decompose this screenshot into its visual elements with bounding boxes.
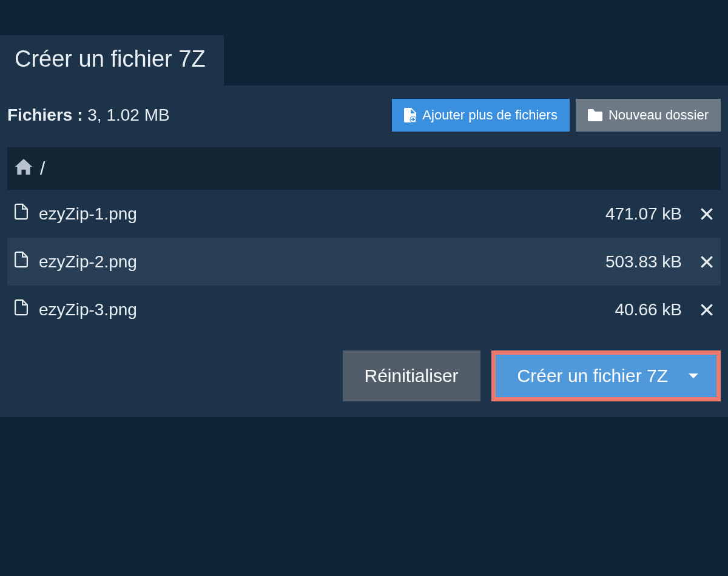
create-button-highlight: Créer un fichier 7Z [491,350,721,401]
chevron-down-icon [689,373,698,378]
file-icon [15,299,28,320]
file-name: ezyZip-2.png [39,252,595,272]
add-files-label: Ajouter plus de fichiers [422,107,558,123]
svg-rect-3 [411,119,415,120]
create-label: Créer un fichier 7Z [517,366,668,386]
files-summary-count: 3 [87,105,97,124]
file-size: 471.07 kB [605,204,682,224]
remove-file-button[interactable] [700,303,713,316]
tab-label: Créer un fichier 7Z [15,46,206,72]
reset-label: Réinitialiser [365,366,459,386]
file-row: ezyZip-1.png 471.07 kB [7,190,721,238]
page-wrap: Créer un fichier 7Z Fichiers : 3, 1.02 M… [0,0,728,417]
new-folder-label: Nouveau dossier [608,107,709,123]
file-size: 503.83 kB [605,252,682,272]
files-summary: Fichiers : 3, 1.02 MB [7,105,170,125]
create-7z-button[interactable]: Créer un fichier 7Z [496,355,716,397]
reset-button[interactable]: Réinitialiser [343,350,480,401]
file-row: ezyZip-2.png 503.83 kB [7,238,721,286]
tab-create-7z[interactable]: Créer un fichier 7Z [0,35,224,85]
add-files-button[interactable]: Ajouter plus de fichiers [392,99,570,132]
remove-file-button[interactable] [700,207,713,221]
home-icon[interactable] [15,158,33,179]
file-name: ezyZip-1.png [39,204,595,224]
file-add-icon [404,108,416,122]
content-panel: Fichiers : 3, 1.02 MB Ajouter plus de fi… [0,85,728,417]
close-icon [700,207,713,221]
file-size: 40.66 kB [615,300,682,320]
summary-row: Fichiers : 3, 1.02 MB Ajouter plus de fi… [0,99,728,147]
action-buttons: Ajouter plus de fichiers Nouveau dossier [392,99,721,132]
file-name: ezyZip-3.png [39,300,604,320]
files-summary-size: 1.02 MB [106,105,169,124]
breadcrumb: / [7,147,721,190]
new-folder-button[interactable]: Nouveau dossier [576,99,721,132]
breadcrumb-separator: / [40,158,45,179]
tab-bar: Créer un fichier 7Z [0,0,728,85]
file-icon [15,251,28,272]
files-summary-label: Fichiers : [7,105,83,124]
remove-file-button[interactable] [700,255,713,269]
file-list: / ezyZip-1.png 471.07 kB [7,147,721,333]
file-row: ezyZip-3.png 40.66 kB [7,286,721,333]
close-icon [700,303,713,316]
folder-icon [588,109,602,121]
close-icon [700,255,713,269]
file-icon [15,203,28,224]
footer-actions: Réinitialiser Créer un fichier 7Z [0,333,728,401]
